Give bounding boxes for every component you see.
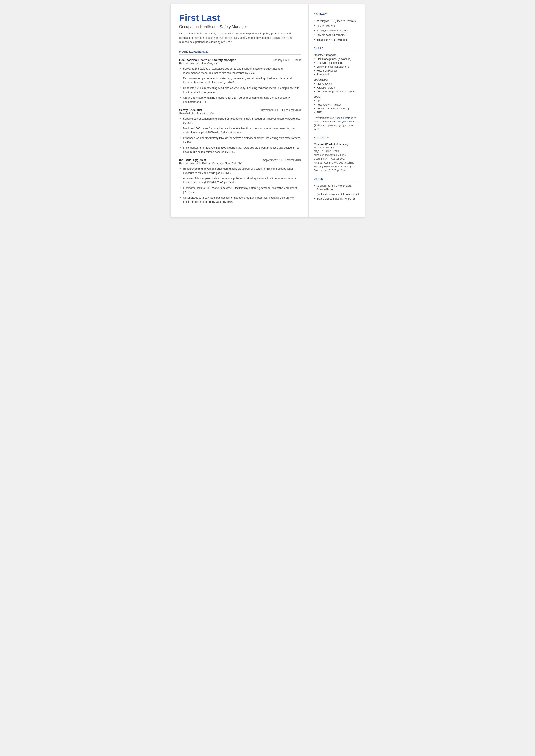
skills-category-tools: Tools: xyxy=(314,95,359,98)
job-dates-3: September 2017 – October 2018 xyxy=(263,159,301,162)
job-header-3: Industrial Hygienist September 2017 – Oc… xyxy=(179,158,301,162)
list-item: Enhanced worker productivity through inn… xyxy=(179,136,301,145)
candidate-summary: Occupational health and safety manager w… xyxy=(179,32,301,44)
list-item: Risk Management (Advanced) xyxy=(314,58,359,61)
job-title-2: Safety Specialist xyxy=(179,108,202,112)
list-item: Volunteered in a 3-month Data Science Pr… xyxy=(314,184,359,191)
job-title-3: Industrial Hygienist xyxy=(179,158,206,162)
list-item: Collaborated with 92+ local businesses t… xyxy=(179,196,301,204)
skills-category-techniques: Techniques: xyxy=(314,78,359,81)
list-item: PPE xyxy=(314,99,359,102)
education-section: EDUCATION Resume Worded University Maste… xyxy=(314,136,359,172)
list-item: Monitored 500+ sites for compliance with… xyxy=(179,126,301,135)
contact-heading: CONTACT xyxy=(314,13,359,17)
list-item: Surveyed the causes of workplace acciden… xyxy=(179,67,301,75)
edu-degree: Master of Science xyxy=(314,146,359,149)
list-item: Implemented an employee incentive progra… xyxy=(179,146,301,154)
resume-worded-link[interactable]: Resume Worded xyxy=(335,117,353,119)
job-block-2: Safety Specialist November 2019 – Decemb… xyxy=(179,108,301,154)
other-heading: OTHER xyxy=(314,178,359,182)
job-header-1: Occupational Health and Safety Manager J… xyxy=(179,58,301,62)
skills-list-techniques: Risk Analysis Radiation Safety Customer … xyxy=(314,82,359,93)
job-company-3: Resume Worded's Exciting Company, New Yo… xyxy=(179,162,301,165)
list-item: Eliminated risks to 300+ workers across … xyxy=(179,186,301,195)
list-item: Researched and developed engineering con… xyxy=(179,167,301,175)
skills-note: Don't forget to use Resume Worded to sca… xyxy=(314,116,359,131)
education-heading: EDUCATION xyxy=(314,136,359,140)
job-header-2: Safety Specialist November 2019 – Decemb… xyxy=(179,108,301,112)
list-item: email@resumeworded.com xyxy=(314,29,359,33)
edu-block: Resume Worded University Master of Scien… xyxy=(314,143,359,172)
work-experience-section: WORK EXPERIENCE Occupational Health and … xyxy=(179,50,301,204)
skills-heading: SKILLS xyxy=(314,47,359,51)
job-bullets-2: Supervised consultation and trained empl… xyxy=(179,117,301,154)
job-dates-2: November 2019 – December 2020 xyxy=(261,109,300,112)
edu-school: Resume Worded University xyxy=(314,143,359,146)
contact-list: Wilmington, DE (Open to Remote) +1-234-4… xyxy=(314,19,359,42)
list-item: Safety Audit xyxy=(314,73,359,76)
job-title-1: Occupational Health and Safety Manager xyxy=(179,58,236,62)
edu-major: Major in Public Health xyxy=(314,149,359,153)
list-item: Environmental Management xyxy=(314,65,359,68)
skills-list-tools: PPE Respiratory Fit Tester Chemical Resi… xyxy=(314,99,359,114)
job-company-2: Growthsi, San Francisco, CA xyxy=(179,112,301,115)
job-bullets-1: Surveyed the causes of workplace acciden… xyxy=(179,67,301,104)
contact-section: CONTACT Wilmington, DE (Open to Remote) … xyxy=(314,13,359,42)
resume-container: First Last Occupation Health and Safety … xyxy=(171,4,365,217)
other-section: OTHER Volunteered in a 3-month Data Scie… xyxy=(314,178,359,201)
job-block-3: Industrial Hygienist September 2017 – Oc… xyxy=(179,158,301,204)
list-item: +1-234-456-789 xyxy=(314,24,359,28)
left-column: First Last Occupation Health and Safety … xyxy=(171,4,309,217)
list-item: Qualified Environmental Professional xyxy=(314,192,359,196)
candidate-title: Occupation Health and Safety Manager xyxy=(179,25,301,29)
job-bullets-3: Researched and developed engineering con… xyxy=(179,167,301,204)
candidate-name: First Last xyxy=(179,13,301,23)
list-item: Organized 5 safety training programs for… xyxy=(179,96,301,104)
right-column: CONTACT Wilmington, DE (Open to Remote) … xyxy=(309,4,365,217)
skills-list-industry: Risk Management (Advanced) First Aid (Ex… xyxy=(314,58,359,76)
edu-location-date: Boston, MA — August 2017 xyxy=(314,157,359,161)
job-company-1: Resume Worded, New York, NY xyxy=(179,62,301,65)
list-item: Customer Segmentation Analysis xyxy=(314,90,359,93)
list-item: RPE xyxy=(314,111,359,114)
list-item: Conducted 21+ direct testing of air and … xyxy=(179,86,301,95)
list-item: Chemical Resistant Clothing xyxy=(314,107,359,110)
list-item: github.com/resumeworded xyxy=(314,38,359,42)
work-experience-heading: WORK EXPERIENCE xyxy=(179,50,301,55)
skills-note-prefix: Don't forget to use xyxy=(314,117,335,119)
job-dates-1: January 2021 – Present xyxy=(273,59,300,62)
list-item: Analyzed 20+ samples of air for asbestos… xyxy=(179,177,301,185)
list-item: Supervised consultation and trained empl… xyxy=(179,117,301,125)
list-item: Respiratory Fit Tester xyxy=(314,103,359,106)
edu-minor: Minors in Industrial Hygiene xyxy=(314,153,359,157)
list-item: Wilmington, DE (Open to Remote) xyxy=(314,19,359,23)
skills-category-industry: Industry Knowledge: xyxy=(314,53,359,56)
list-item: Recommended procedures for detecting, pr… xyxy=(179,76,301,85)
list-item: Risk Analysis xyxy=(314,82,359,85)
job-block-1: Occupational Health and Safety Manager J… xyxy=(179,58,301,104)
list-item: linkedin.com/in/username xyxy=(314,33,359,37)
edu-awards: Awards: Resume Worded Teaching Fellow (o… xyxy=(314,161,359,172)
list-item: Radiation Safety xyxy=(314,86,359,89)
list-item: First Aid (Experienced) xyxy=(314,61,359,65)
skills-section: SKILLS Industry Knowledge: Risk Manageme… xyxy=(314,47,359,131)
list-item: BCG Certified Industrial Hygienist xyxy=(314,197,359,201)
other-list: Volunteered in a 3-month Data Science Pr… xyxy=(314,184,359,201)
list-item: Research Process xyxy=(314,69,359,72)
